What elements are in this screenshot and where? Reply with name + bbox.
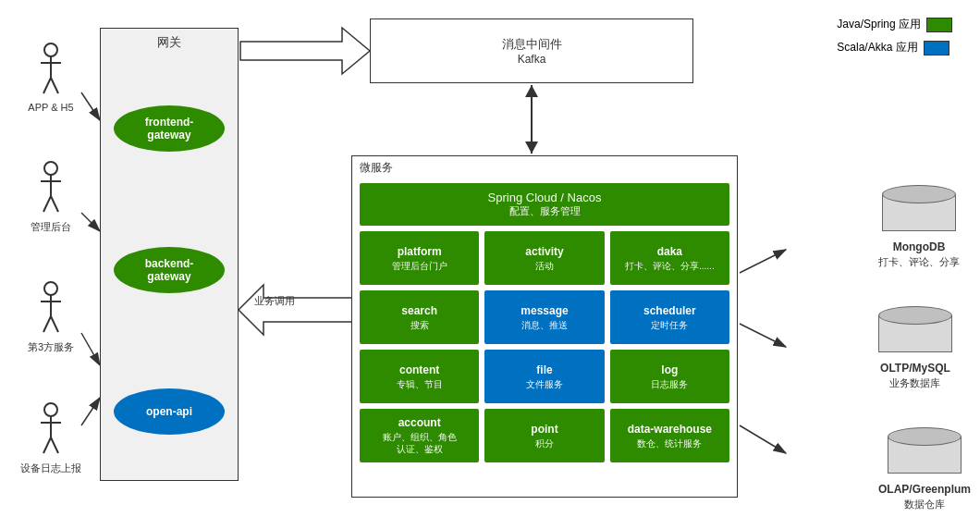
service-account-desc: 账户、组织、角色 认证、鉴权 xyxy=(383,431,457,455)
legend-scala-box xyxy=(924,41,949,55)
service-file: file 文件服务 xyxy=(484,350,604,403)
db-mongodb-cylinder xyxy=(882,185,956,236)
service-file-name: file xyxy=(536,363,552,376)
biz-arrow-label: 业务调用 xyxy=(254,294,295,308)
service-platform: platform 管理后台门户 xyxy=(360,231,479,285)
svg-line-34 xyxy=(43,437,51,453)
service-search: search 搜索 xyxy=(360,290,479,344)
db-mongodb-title: MongoDB xyxy=(878,240,960,255)
service-message: message 消息、推送 xyxy=(484,290,604,344)
db-mongodb-desc: 打卡、评论、分享 xyxy=(878,255,960,269)
diagram-container: Java/Spring 应用 Scala/Akka 应用 APP & H5 xyxy=(0,0,980,517)
service-message-desc: 消息、推送 xyxy=(521,319,568,331)
service-scheduler: scheduler 定时任务 xyxy=(610,290,729,344)
svg-marker-6 xyxy=(525,85,538,97)
db-mysql: OLTP/MySQL 业务数据库 xyxy=(878,306,952,390)
kafka-box: 消息中间件 Kafka xyxy=(370,18,693,83)
svg-line-20 xyxy=(51,78,58,93)
db-mysql-cylinder xyxy=(878,306,952,357)
svg-line-29 xyxy=(43,316,51,332)
actor-device-log: 设备日志上报 xyxy=(20,402,81,475)
svg-marker-8 xyxy=(239,285,365,335)
open-api-node: open-api xyxy=(114,388,225,435)
gateway-box: 网关 frontend- gateway backend- gateway op… xyxy=(100,28,239,481)
service-content: content 专辑、节目 xyxy=(360,350,479,403)
actor-admin: 管理后台 xyxy=(31,161,71,234)
svg-line-30 xyxy=(51,316,58,332)
actor-third-party-label: 第3方服务 xyxy=(28,340,74,354)
legend-scala: Scala/Akka 应用 xyxy=(837,40,952,55)
svg-marker-4 xyxy=(240,28,370,74)
db-mongodb-top xyxy=(882,185,956,203)
actor-app-h5-label: APP & H5 xyxy=(28,102,73,113)
db-greenplum-label: OLAP/Greenplum 数据仓库 xyxy=(878,482,971,511)
service-activity: activity 活动 xyxy=(484,231,604,285)
actor-third-party: 第3方服务 xyxy=(28,281,74,354)
service-file-desc: 文件服务 xyxy=(526,378,563,390)
svg-line-19 xyxy=(43,78,51,93)
service-daka-name: daka xyxy=(657,245,682,258)
frontend-gateway-node: frontend- gateway xyxy=(114,105,225,152)
service-data-warehouse-desc: 数仓、统计服务 xyxy=(637,437,702,449)
db-greenplum-desc: 数据仓库 xyxy=(878,498,971,511)
microservices-title: 微服务 xyxy=(352,156,737,179)
service-point-desc: 积分 xyxy=(535,437,554,449)
service-data-warehouse-name: data-warehouse xyxy=(628,423,712,436)
db-mongodb: MongoDB 打卡、评论、分享 xyxy=(878,185,960,269)
gateway-nodes: frontend- gateway backend- gateway open-… xyxy=(101,58,238,482)
svg-point-16 xyxy=(44,43,57,56)
actor-device-log-label: 设备日志上报 xyxy=(20,462,81,475)
actor-admin-label: 管理后台 xyxy=(31,220,71,234)
svg-line-13 xyxy=(740,250,786,273)
kafka-title: 消息中间件 xyxy=(502,36,562,53)
legend-java-box xyxy=(926,18,952,32)
db-mysql-desc: 业务数据库 xyxy=(880,376,950,390)
service-account-name: account xyxy=(398,416,441,429)
svg-line-24 xyxy=(43,196,51,212)
frontend-gateway-label: frontend- gateway xyxy=(145,116,194,142)
db-mysql-title: OLTP/MySQL xyxy=(880,361,950,376)
actor-app-h5: APP & H5 xyxy=(28,43,73,113)
service-log-desc: 日志服务 xyxy=(651,378,688,390)
db-mongodb-label: MongoDB 打卡、评论、分享 xyxy=(878,240,960,269)
service-search-desc: 搜索 xyxy=(410,319,429,331)
service-message-name: message xyxy=(521,304,568,317)
gateway-title: 网关 xyxy=(101,29,238,58)
service-scheduler-desc: 定时任务 xyxy=(651,319,688,331)
actor-admin-figure xyxy=(37,161,65,216)
legend-java: Java/Spring 应用 xyxy=(837,17,952,32)
service-point-name: point xyxy=(531,423,557,436)
service-search-name: search xyxy=(401,304,437,317)
service-content-name: content xyxy=(399,363,439,376)
databases-section: MongoDB 打卡、评论、分享 OLTP/MySQL 业务数据库 OLAP/G… xyxy=(878,185,971,512)
db-greenplum: OLAP/Greenplum 数据仓库 xyxy=(878,427,971,511)
legend: Java/Spring 应用 Scala/Akka 应用 xyxy=(837,17,952,55)
service-daka-desc: 打卡、评论、分享...... xyxy=(625,260,715,272)
service-content-desc: 专辑、节目 xyxy=(397,378,443,390)
service-daka: daka 打卡、评论、分享...... xyxy=(610,231,729,285)
actors-section: APP & H5 管理后台 第3方服务 xyxy=(0,18,102,499)
service-log: log 日志服务 xyxy=(610,350,729,403)
svg-line-35 xyxy=(51,437,58,453)
service-data-warehouse: data-warehouse 数仓、统计服务 xyxy=(610,409,729,462)
legend-scala-label: Scala/Akka 应用 xyxy=(837,40,917,55)
actor-app-h5-figure xyxy=(37,43,65,98)
actor-third-party-figure xyxy=(37,281,65,337)
service-platform-name: platform xyxy=(398,245,442,258)
service-log-name: log xyxy=(661,363,678,376)
spring-banner: Spring Cloud / Nacos 配置、服务管理 xyxy=(360,183,729,226)
service-platform-desc: 管理后台门户 xyxy=(392,260,447,272)
db-mysql-label: OLTP/MySQL 业务数据库 xyxy=(880,361,950,390)
spring-banner-sub: 配置、服务管理 xyxy=(363,204,726,218)
backend-gateway-node: backend- gateway xyxy=(114,247,225,293)
services-grid: platform 管理后台门户 activity 活动 daka 打卡、评论、分… xyxy=(360,231,729,462)
svg-line-15 xyxy=(740,425,786,453)
db-greenplum-cylinder xyxy=(888,427,962,478)
backend-gateway-label: backend- gateway xyxy=(145,257,194,283)
svg-point-31 xyxy=(44,403,57,416)
open-api-label: open-api xyxy=(146,405,192,418)
db-greenplum-title: OLAP/Greenplum xyxy=(878,482,971,498)
service-activity-desc: 活动 xyxy=(535,260,554,272)
svg-line-14 xyxy=(740,324,786,347)
svg-line-25 xyxy=(51,196,58,212)
